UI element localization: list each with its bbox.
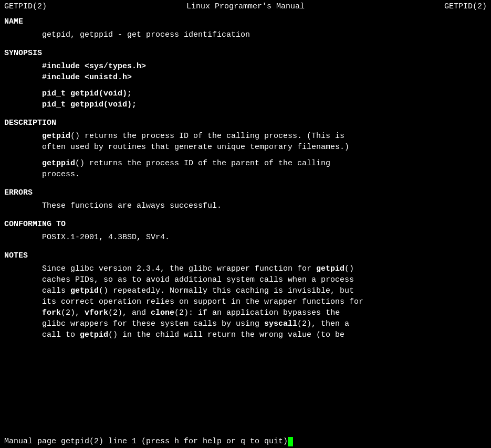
notes-line5: fork(2), vfork(2), and clone(2): if an a… [0, 307, 491, 318]
synopsis-include1: #include <sys/types.h> [0, 60, 491, 72]
notes-line6: glibc wrappers for these system calls by… [0, 318, 491, 329]
conforming-content: POSIX.1-2001, 4.3BSD, SVr4. [0, 231, 491, 247]
synopsis-proto2: pid_t getppid(void); [0, 99, 491, 114]
notes-line3: calls getpid() repeatedly. Normally this… [0, 285, 491, 296]
description-section: DESCRIPTION getpid() returns the process… [0, 114, 491, 184]
conforming-section: CONFORMING TO POSIX.1-2001, 4.3BSD, SVr4… [0, 216, 491, 247]
status-bar: Manual page getpid(2) line 1 (press h fo… [0, 435, 491, 448]
synopsis-section: SYNOPSIS #include <sys/types.h> #include… [0, 45, 491, 114]
description-heading: DESCRIPTION [0, 114, 491, 130]
errors-content: These functions are always successful. [0, 199, 491, 216]
page-header: GETPID(2) Linux Programmer's Manual GETP… [0, 0, 491, 13]
status-text: Manual page getpid(2) line 1 (press h fo… [4, 436, 288, 447]
name-content: getpid, getppid - get process identifica… [0, 28, 491, 45]
notes-section: NOTES Since glibc version 2.3.4, the gli… [0, 247, 491, 340]
notes-line4: its correct operation relies on support … [0, 296, 491, 307]
synopsis-include2: #include <unistd.h> [0, 72, 491, 87]
getppid-desc-line2: process. [0, 169, 491, 184]
getppid-desc-line1: getppid() returns the process ID of the … [0, 157, 491, 169]
getpid-desc-line2: often used by routines that generate uni… [0, 142, 491, 157]
cursor [288, 437, 293, 446]
name-section: NAME getpid, getppid - get process ident… [0, 13, 491, 45]
getpid-desc-line1: getpid() returns the process ID of the c… [0, 130, 491, 142]
notes-line1: Since glibc version 2.3.4, the glibc wra… [0, 262, 491, 274]
header-center: Linux Programmer's Manual [186, 1, 305, 12]
synopsis-proto1: pid_t getpid(void); [0, 87, 491, 99]
notes-line7: call to getpid() in the child will retur… [0, 329, 491, 340]
notes-heading: NOTES [0, 247, 491, 262]
header-left: GETPID(2) [4, 1, 47, 12]
conforming-heading: CONFORMING TO [0, 216, 491, 231]
errors-heading: ERRORS [0, 184, 491, 199]
man-page: GETPID(2) Linux Programmer's Manual GETP… [0, 0, 491, 353]
synopsis-heading: SYNOPSIS [0, 45, 491, 60]
header-right: GETPID(2) [444, 1, 487, 12]
name-heading: NAME [0, 13, 491, 28]
notes-line2: caches PIDs, so as to avoid additional s… [0, 274, 491, 285]
errors-section: ERRORS These functions are always succes… [0, 184, 491, 216]
